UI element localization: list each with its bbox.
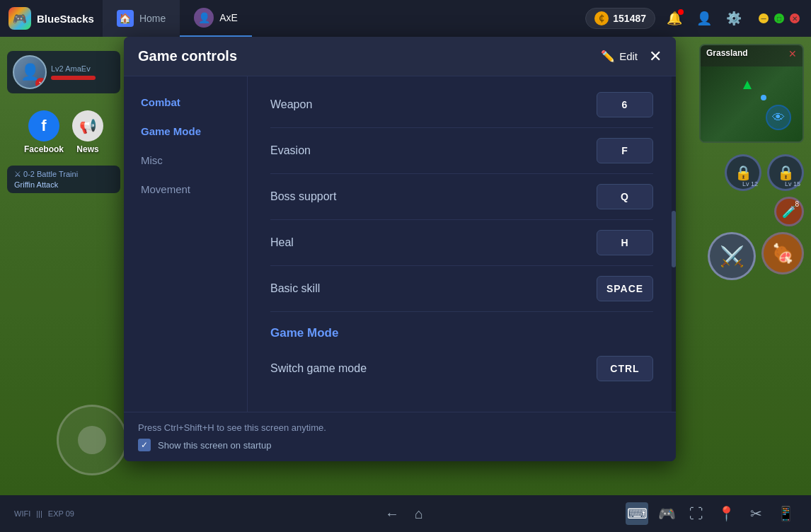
edit-icon: ✏️: [601, 50, 615, 63]
back-button[interactable]: ←: [381, 502, 403, 525]
tablet-button[interactable]: 📱: [774, 502, 797, 525]
key-badge-weapon[interactable]: 6: [597, 92, 653, 117]
skill-btn-sword[interactable]: ⚔️: [708, 232, 756, 280]
startup-checkbox[interactable]: ✓: [138, 439, 151, 451]
nav-item-combat[interactable]: Combat: [124, 88, 247, 117]
minimap-close-button[interactable]: ✕: [788, 48, 797, 59]
title-bar: 🎮 BlueStacks 🏠 Home 👤 AxE ₵ 151487 🔔 👤 ⚙…: [0, 0, 811, 37]
app-logo: 🎮 BlueStacks: [0, 7, 103, 30]
bottom-bar: WIFI ||| EXP 09 ← ⌂ ⌨ 🎮 ⛶ 📍 ✂ 📱: [0, 495, 811, 532]
nav-combat-label: Combat: [141, 96, 180, 108]
skill-btn-lock1[interactable]: 🔒 Lv 12: [725, 154, 761, 191]
control-label-boss-support: Boss support: [270, 190, 336, 203]
nav-item-gamemode[interactable]: Game Mode: [124, 117, 247, 146]
notification-dot: [678, 9, 684, 15]
control-label-switch-gamemode: Switch game mode: [270, 362, 367, 375]
keyboard-button[interactable]: ⌨: [626, 502, 648, 525]
screenshot-button[interactable]: ✂: [744, 502, 767, 525]
dialog-content: Weapon 6 Evasion F Boss support Q Heal H: [248, 76, 676, 412]
bottom-right: ⌨ 🎮 ⛶ 📍 ✂ 📱: [626, 502, 797, 525]
home-button[interactable]: ⌂: [408, 502, 430, 525]
dialog-title: Game controls: [138, 48, 237, 64]
key-badge-switch-gamemode[interactable]: CTRL: [597, 356, 653, 381]
coin-value: 151487: [613, 13, 646, 24]
skill-btn-lock2[interactable]: 🔒 Lv 15: [767, 154, 804, 191]
nav-item-misc[interactable]: Misc: [124, 146, 247, 175]
control-row-heal: Heal H: [270, 220, 653, 266]
nav-gamemode-label: Game Mode: [141, 125, 201, 137]
key-badge-basic-skill[interactable]: SPACE: [597, 276, 653, 301]
settings-button[interactable]: ⚙️: [723, 8, 744, 29]
minimize-button[interactable]: ─: [759, 13, 769, 23]
bluestacks-logo-icon: 🎮: [8, 7, 31, 30]
skill-btn-food[interactable]: 🍖: [761, 232, 804, 274]
home-tab-icon: 🏠: [117, 10, 134, 27]
dialog-header-right: ✏️ Edit ✕: [601, 49, 662, 64]
checkbox-wrap: ✓ Show this screen on startup: [138, 439, 662, 451]
control-label-heal: Heal: [270, 236, 294, 249]
maximize-button[interactable]: □: [774, 13, 784, 23]
game-tab-avatar: 👤: [194, 8, 214, 28]
edit-label: Edit: [619, 50, 638, 62]
edit-button[interactable]: ✏️ Edit: [601, 50, 638, 63]
fullscreen-button[interactable]: ⛶: [685, 502, 708, 525]
control-row-weapon: Weapon 6: [270, 82, 653, 128]
dialog-close-button[interactable]: ✕: [649, 49, 662, 64]
tab-game[interactable]: 👤 AxE: [180, 0, 252, 37]
coin-icon: ₵: [594, 11, 609, 25]
startup-checkbox-label: Show this screen on startup: [158, 440, 271, 451]
control-label-basic-skill: Basic skill: [270, 282, 320, 295]
game-controls-dialog: Game controls ✏️ Edit ✕ Combat Game Mode: [124, 37, 676, 461]
dialog-header: Game controls ✏️ Edit ✕: [124, 37, 676, 76]
dialog-body: Combat Game Mode Misc Movement Weapon: [124, 76, 676, 412]
control-label-evasion: Evasion: [270, 144, 311, 157]
notification-button[interactable]: 🔔: [664, 8, 685, 29]
bottom-left: WIFI ||| EXP 09: [14, 509, 74, 518]
minimap-label: Grassland: [706, 48, 748, 58]
key-badge-evasion[interactable]: F: [597, 138, 653, 163]
wifi-label: WIFI: [14, 509, 30, 518]
key-badge-heal[interactable]: H: [597, 230, 653, 255]
scroll-thumb[interactable]: [672, 211, 676, 267]
skill-bottle-button[interactable]: 🧪 8: [774, 197, 804, 226]
control-row-evasion: Evasion F: [270, 128, 653, 174]
dialog-overlay: Game controls ✏️ Edit ✕ Combat Game Mode: [0, 37, 698, 495]
control-row-boss-support: Boss support Q: [270, 174, 653, 220]
control-row-basic-skill: Basic skill SPACE: [270, 266, 653, 312]
home-tab-label: Home: [139, 13, 166, 24]
section-gamemode-header: Game Mode: [270, 312, 653, 346]
footer-hint: Press Ctrl+Shift+H to see this screen an…: [138, 422, 662, 433]
nav-movement-label: Movement: [141, 183, 190, 195]
title-bar-right: ₵ 151487 🔔 👤 ⚙️ ─ □ ✕: [585, 8, 811, 29]
account-button[interactable]: 👤: [694, 8, 715, 29]
dialog-footer: Press Ctrl+Shift+H to see this screen an…: [124, 412, 676, 461]
location-button[interactable]: 📍: [715, 502, 737, 525]
nav-misc-label: Misc: [141, 154, 163, 166]
gamepad-button[interactable]: 🎮: [655, 502, 678, 525]
tab-home[interactable]: 🏠 Home: [103, 0, 180, 37]
scroll-track: [672, 76, 676, 412]
battery-label: EXP 09: [48, 509, 74, 518]
coin-badge: ₵ 151487: [585, 8, 655, 29]
bottom-status: WIFI ||| EXP 09: [14, 509, 74, 518]
title-tabs: 🏠 Home 👤 AxE: [103, 0, 585, 37]
nav-item-movement[interactable]: Movement: [124, 175, 247, 204]
right-panel: Grassland ✕ 👁 🔒 Lv 12 🔒 Lv 15 🧪 8: [698, 37, 811, 495]
close-button[interactable]: ✕: [790, 13, 800, 23]
game-tab-label: AxE: [219, 12, 238, 23]
footer-area: Press Ctrl+Shift+H to see this screen an…: [138, 422, 662, 451]
skill-buttons: 🔒 Lv 12 🔒 Lv 15 🧪 8 ⚔️ 🍖: [708, 154, 804, 280]
minimap: Grassland ✕ 👁: [699, 44, 804, 143]
controls-list: Weapon 6 Evasion F Boss support Q Heal H: [248, 76, 676, 397]
app-name: BlueStacks: [37, 13, 94, 25]
control-label-weapon: Weapon: [270, 98, 312, 111]
dialog-nav: Combat Game Mode Misc Movement: [124, 76, 248, 412]
bottom-center: ← ⌂: [381, 502, 430, 525]
window-controls: ─ □ ✕: [759, 13, 800, 23]
control-row-switch-gamemode: Switch game mode CTRL: [270, 346, 653, 391]
key-badge-boss-support[interactable]: Q: [597, 184, 653, 209]
